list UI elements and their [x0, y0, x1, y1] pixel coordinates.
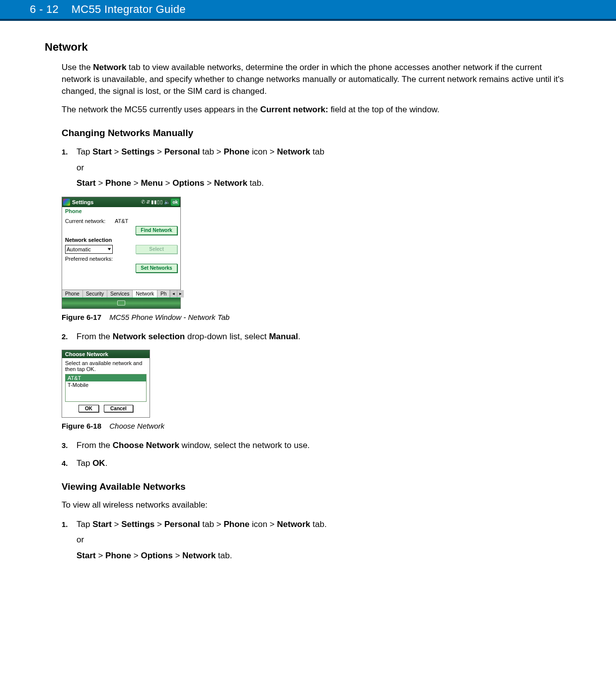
- wm-window: Settings ✆ ⇵ ▮▮▯▯ 🔈 ok Phone Current net…: [62, 197, 181, 309]
- list-item[interactable]: T-Mobile: [66, 381, 146, 388]
- select-button: Select: [136, 245, 177, 254]
- dialog-title: Choose Network: [62, 350, 150, 358]
- subsection-viewing-available: Viewing Available Networks: [62, 481, 571, 492]
- page-header: 6 - 12 MC55 Integrator Guide: [0, 0, 616, 21]
- network-selection-label: Network selection: [65, 237, 112, 243]
- current-network-label: Current network:: [65, 218, 115, 224]
- set-networks-button[interactable]: Set Networks: [136, 264, 177, 273]
- current-network-value: AT&T: [115, 218, 128, 224]
- step-1: 1. Tap Start > Settings > Personal tab >…: [62, 146, 571, 190]
- keyboard-icon[interactable]: [117, 300, 125, 305]
- tab-phone[interactable]: Phone: [62, 290, 83, 298]
- step-2: 2. From the Network selection drop-down …: [62, 330, 571, 343]
- choose-network-dialog: Choose Network Select an available netwo…: [62, 350, 150, 418]
- page-content: Network Use the Network tab to view avai…: [0, 21, 616, 587]
- figure-6-18-screenshot: Choose Network Select an available netwo…: [62, 350, 571, 418]
- viewing-step-1: 1. Tap Start > Settings > Personal tab >…: [62, 518, 571, 562]
- step-4: 4. Tap OK.: [62, 457, 571, 470]
- tab-network[interactable]: Network: [133, 290, 157, 298]
- signal-icon: ▮▮▯▯: [151, 199, 163, 205]
- guide-title: MC55 Integrator Guide: [72, 3, 186, 15]
- subsection-changing-manually: Changing Networks Manually: [62, 128, 571, 139]
- balloon-icon: ✆: [141, 199, 145, 205]
- wm-titlebar: Settings ✆ ⇵ ▮▮▯▯ 🔈 ok: [62, 197, 180, 207]
- wm-title-text: Settings: [72, 199, 93, 205]
- tab-scroll-right[interactable]: ▸: [177, 290, 184, 298]
- find-network-button[interactable]: Find Network: [136, 226, 177, 235]
- dialog-ok-button[interactable]: OK: [78, 405, 99, 412]
- dialog-message: Select an available network and then tap…: [65, 360, 147, 372]
- list-item[interactable]: AT&T: [66, 375, 146, 381]
- tab-more[interactable]: Ph: [157, 290, 170, 298]
- page-number: 6 - 12: [30, 3, 59, 15]
- system-tray: ✆ ⇵ ▮▮▯▯ 🔈 ok: [141, 199, 179, 206]
- wm-subtitle: Phone: [62, 207, 180, 215]
- figure-6-17-caption: Figure 6-17 MC55 Phone Window - Network …: [62, 313, 571, 321]
- section-title: Network: [45, 41, 571, 54]
- dialog-cancel-button[interactable]: Cancel: [104, 405, 133, 412]
- windows-flag-icon[interactable]: [63, 199, 70, 206]
- preferred-networks-label: Preferred networks:: [65, 256, 113, 262]
- speaker-icon: 🔈: [164, 199, 170, 205]
- network-selection-dropdown[interactable]: Automatic ▼: [65, 245, 113, 254]
- figure-6-17-screenshot: Settings ✆ ⇵ ▮▮▯▯ 🔈 ok Phone Current net…: [62, 197, 571, 309]
- tab-services[interactable]: Services: [107, 290, 133, 298]
- wm-tabbar: Phone Security Services Network Ph ◂ ▸: [62, 290, 180, 298]
- ok-button[interactable]: ok: [171, 199, 179, 206]
- chevron-down-icon: ▼: [106, 247, 112, 251]
- figure-6-18-caption: Figure 6-18 Choose Network: [62, 422, 571, 430]
- viewing-intro: To view all wireless networks available:: [62, 499, 571, 511]
- intro-paragraph-2: The network the MC55 currently uses appe…: [62, 104, 571, 116]
- intro-paragraph-1: Use the Network tab to view available ne…: [62, 62, 571, 97]
- step-3: 3. From the Choose Network window, selec…: [62, 439, 571, 452]
- wm-body: Current network: AT&T Find Network Netwo…: [62, 215, 180, 290]
- tab-security[interactable]: Security: [83, 290, 107, 298]
- wm-footer: [62, 298, 180, 308]
- tab-scroll-left[interactable]: ◂: [170, 290, 177, 298]
- network-list[interactable]: AT&T T-Mobile: [65, 374, 147, 402]
- sync-icon: ⇵: [146, 199, 150, 205]
